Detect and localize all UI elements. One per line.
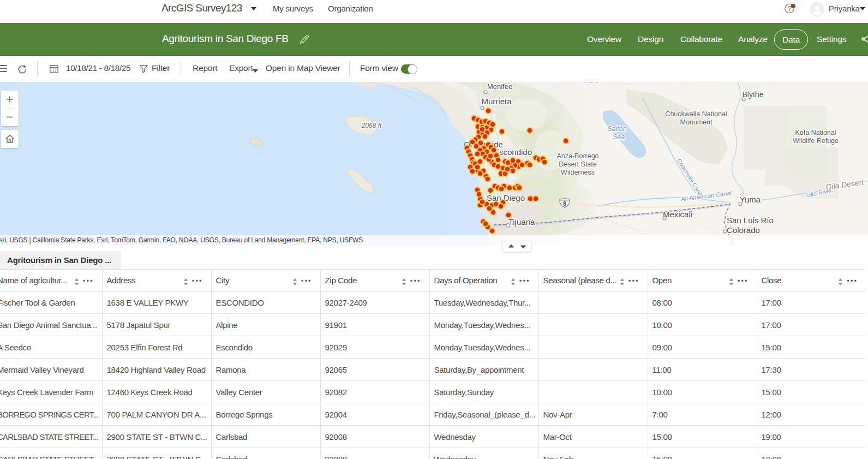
svg-text:Sea: Sea <box>613 133 625 141</box>
svg-text:Blythe: Blythe <box>743 90 764 99</box>
svg-text:Mexicali: Mexicali <box>663 210 692 219</box>
svg-text:Wildlife Refuge: Wildlife Refuge <box>793 137 839 145</box>
svg-text:Desert State: Desert State <box>559 160 597 168</box>
svg-text:San Luis Río: San Luis Río <box>727 216 774 225</box>
svg-text:Anza-Borrego: Anza-Borrego <box>556 152 598 160</box>
svg-text:2068 ft: 2068 ft <box>361 122 382 129</box>
svg-text:Yuma: Yuma <box>740 195 761 204</box>
svg-text:Menifee: Menifee <box>487 82 512 91</box>
svg-text:?: ? <box>787 4 791 13</box>
svg-text:Tijuana: Tijuana <box>508 217 535 226</box>
svg-text:Salton: Salton <box>607 125 626 133</box>
svg-text:Wilderness: Wilderness <box>561 169 595 176</box>
svg-text:Colorado: Colorado <box>727 225 760 235</box>
svg-text:8: 8 <box>563 201 566 207</box>
svg-text:Monument: Monument <box>680 118 713 126</box>
svg-text:Murrieta: Murrieta <box>481 97 512 106</box>
svg-text:Kofa National: Kofa National <box>795 129 836 136</box>
svg-text:Indio: Indio <box>583 82 598 84</box>
svg-text:Chuckwalla National: Chuckwalla National <box>665 110 727 118</box>
